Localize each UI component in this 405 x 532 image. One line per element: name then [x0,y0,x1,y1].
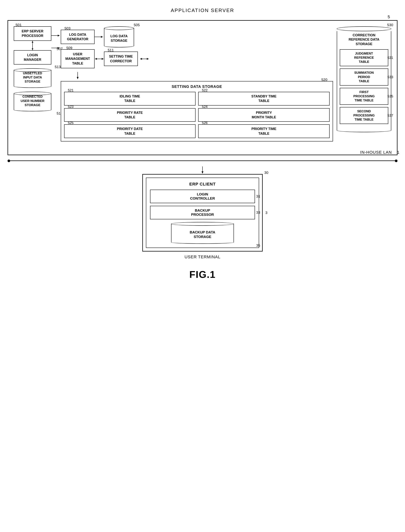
lan-label: IN-HOUSE LAN [360,150,392,155]
svg-marker-8 [101,36,103,38]
ref-522: 522 [202,89,208,92]
arrow-down-to-setting-storage [76,72,80,80]
erp-client-inner-box: ERP CLIENT 31 LOGIN CONTROLLER 33 BACKUP… [146,177,259,248]
arrow-erp-to-loggen [51,31,61,40]
ref-511: 511 [108,48,114,52]
ref-505: 505 [134,23,140,27]
ref-526: 526 [202,121,208,125]
svg-marker-11 [102,58,104,60]
setting-time-corrector-box: SETTING TIME CORRECTOR [104,52,138,66]
user-mgmt-box: USER MANAGEMENT TABLE [61,49,94,68]
svg-marker-16 [77,77,79,79]
erp-client-outer-box: ERP CLIENT 31 LOGIN CONTROLLER 33 BACKUP… [142,174,263,252]
erp-server-box: ERP SERVER PROCESSOR [14,26,51,41]
ref-513: 513 [55,65,61,69]
backup-data-storage-cylinder: BACKUP DATA STORAGE [171,222,234,244]
login-controller-box: LOGIN CONTROLLER [150,190,255,203]
app-server-title: APPLICATION SERVER [7,7,398,13]
erp-client-label: ERP CLIENT [150,182,255,187]
priority-time-box: PRIORITY TIME TABLE [198,124,330,138]
setting-storage-label: SETTING DATA STORAGE [64,84,330,89]
ref-5: 5 [7,14,398,19]
arrow-erp-login [31,41,34,50]
second-processing-box: SECOND PROCESSING TIME TABLE [340,107,388,124]
arrow-usermgmt-to-settimecorr [94,57,104,61]
ref-35: 35 [256,243,260,248]
ref-521: 521 [68,89,74,92]
svg-marker-18 [202,171,203,174]
user-terminal-label: USER TERMINAL [7,254,398,259]
svg-marker-10 [95,58,97,60]
log-data-storage-cylinder: LOG DATA STORAGE [104,26,134,48]
backup-processor-box: BACKUP PROCESSOR [150,206,255,219]
ref-537: 537 [387,114,393,118]
summation-period-box: SUMMATION PERIOD TABLE [340,68,388,85]
lan-dot-right [395,159,398,162]
login-manager-box: LOGIN MANAGER [14,50,51,65]
first-processing-box: FIRST PROCESSING TIME TABLE [340,88,388,105]
ref-33: 33 [256,211,260,215]
ref-525: 525 [68,121,74,125]
ref-535: 535 [387,94,393,98]
ref-30: 30 [264,171,268,175]
log-data-gen-box: LOG DATA GENERATOR [61,30,94,44]
app-server-box: ERP SERVER PROCESSOR 501 507 LOGIN MANAG… [7,20,398,155]
svg-marker-1 [32,41,33,43]
ref-524: 524 [202,105,208,109]
standby-time-box: STANDBY TIME TABLE [198,92,330,106]
correction-ref-label: CORRECTION REFERENCE DATA STORAGE [340,33,388,46]
svg-marker-4 [58,35,60,36]
ref-3: 3 [265,211,267,215]
arrow-down-lan-to-client [201,166,204,174]
fig-label: FIG.1 [7,269,398,280]
ref-533: 533 [387,75,393,79]
lan-line [10,160,395,161]
ref-523: 523 [68,105,74,109]
svg-marker-2 [32,48,33,50]
ref-503: 503 [65,26,70,30]
svg-marker-13 [140,58,142,60]
unsettled-input-cylinder: UNSETTLED INPUT DATA STORAGE [14,68,51,88]
ref-31: 31 [256,194,260,198]
judgment-ref-box: JUDGMENT REFERENCE TABLE [340,49,388,66]
priority-month-box: PRIORITY MONTH TABLE [198,108,330,122]
lan-dot-left [7,159,10,162]
priority-rate-box: PRIORITY RATE TABLE [64,108,196,122]
ref-501: 501 [16,23,22,27]
idling-time-box: IDLING TIME TABLE [64,92,196,106]
ref-531: 531 [387,56,393,60]
svg-marker-14 [147,58,149,60]
ref-509: 509 [66,46,72,50]
setting-data-storage-box: SETTING DATA STORAGE 521 IDLING TIME TAB… [61,81,333,142]
arrow-settimecorr-to-corrref [140,57,149,61]
lan-ref: 1 [397,150,399,155]
priority-date-box: PRIORITY DATE TABLE [64,124,196,138]
correction-ref-cylinder: CORRECTION REFERENCE DATA STORAGE 531 JU… [337,26,391,132]
connected-user-cylinder: CONNECTED USER NUMBER STORAGE [14,92,51,111]
arrow-loggen-to-logstorage [94,35,104,39]
